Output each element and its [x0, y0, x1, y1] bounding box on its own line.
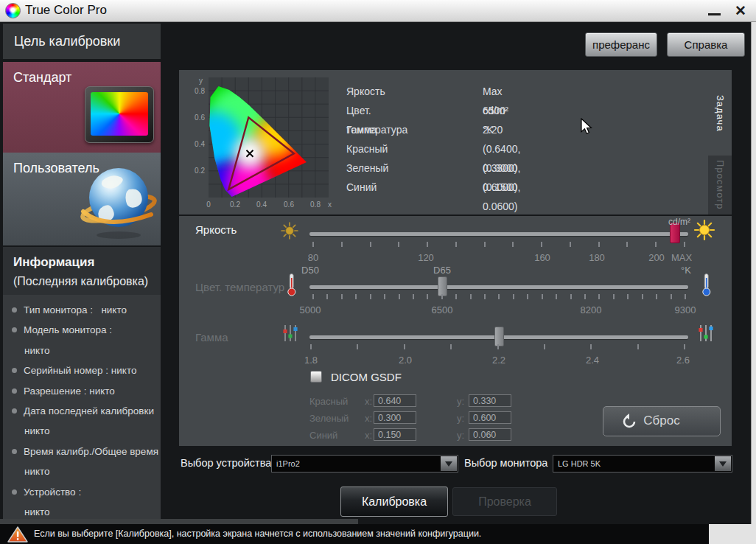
help-button[interactable]: Справка: [667, 32, 745, 57]
window-title: True Color Pro: [25, 3, 107, 18]
monitor-select-value: LG HDR 5K: [558, 456, 601, 472]
standard-tile-label: Стандарт: [13, 70, 71, 86]
bullet-icon: [12, 388, 17, 394]
app-logo-icon: [5, 3, 21, 18]
temperature-ticks: [312, 294, 686, 299]
list-item: Дата последней калибровки: [12, 401, 161, 421]
sun-dim-icon: [280, 221, 299, 240]
gamma-label: Гамма: [195, 331, 228, 344]
svg-text:0.8: 0.8: [195, 87, 205, 95]
temperature-slider-track[interactable]: [309, 285, 688, 289]
sidebar-info-list: Тип монитора : никто Модель монитора : н…: [3, 295, 161, 519]
brightness-ticks: [312, 242, 685, 247]
list-item: Тип монитора : никто: [12, 300, 161, 320]
gamma-ticks: [310, 344, 685, 349]
bullet-icon: [12, 408, 17, 414]
thermometer-cool-icon: [701, 273, 712, 296]
target-label: Яркость: [346, 82, 385, 101]
bullet-icon: [12, 489, 17, 495]
blue-y-field[interactable]: [469, 428, 511, 441]
bullet-icon: [12, 368, 17, 373]
target-label: Синий: [346, 178, 377, 197]
target-value: (0.1500, 0.0600): [483, 178, 520, 216]
window-right-border: [751, 22, 756, 544]
temperature-unit: °K: [681, 265, 691, 276]
green-y-field[interactable]: [469, 411, 511, 424]
verify-button[interactable]: Проверка: [452, 487, 557, 516]
close-button[interactable]: ✕: [731, 2, 750, 20]
calibrate-button[interactable]: Калибровка: [340, 487, 448, 517]
brightness-unit: cd/m²: [668, 217, 690, 227]
device-select-label: Выбор устройства: [181, 457, 271, 469]
list-item: Разрешение : никто: [12, 381, 161, 401]
dicom-label: DICOM GSDF: [331, 371, 402, 383]
sidebar-info-header: Информация (Последняя калибровка): [3, 247, 161, 295]
target-panel: y 0.8 0.6 0.4 0.2 0 0.2 0.4 0.6 0.8 x Яр…: [179, 70, 732, 215]
svg-text:0.4: 0.4: [256, 200, 267, 209]
dicom-checkbox[interactable]: [310, 371, 322, 383]
bullet-icon: [12, 307, 17, 313]
sun-bright-icon: [693, 219, 715, 241]
tab-view[interactable]: Просмотр: [708, 156, 732, 215]
sidebar-item-standard[interactable]: Стандарт: [3, 62, 161, 153]
temperature-slider-handle[interactable]: [438, 276, 447, 296]
target-value: 2.20: [483, 120, 503, 139]
list-item: Модель монитора :: [12, 320, 161, 340]
brightness-label: Яркость: [195, 223, 237, 236]
svg-text:0.8: 0.8: [310, 200, 321, 209]
svg-text:0.2: 0.2: [195, 167, 205, 175]
target-label: Зеленый: [346, 158, 388, 178]
chevron-down-icon[interactable]: [441, 456, 457, 471]
rgb-mixer-icon: [697, 324, 715, 343]
svg-text:0.2: 0.2: [230, 200, 240, 209]
svg-text:0.6: 0.6: [284, 200, 294, 209]
device-select-dropdown[interactable]: i1Pro2: [271, 455, 458, 472]
device-select-value: i1Pro2: [276, 456, 300, 472]
svg-text:0: 0: [206, 200, 211, 209]
thermometer-warm-icon: [287, 273, 297, 296]
reset-button[interactable]: Сброс: [603, 406, 721, 436]
window-resize-corner[interactable]: [709, 524, 756, 544]
svg-text:0.6: 0.6: [195, 114, 205, 122]
green-x-field[interactable]: [374, 411, 416, 424]
monitor-color-icon: [85, 86, 154, 143]
warning-icon: [7, 526, 28, 543]
status-strip: [0, 519, 358, 524]
svg-text:0.4: 0.4: [195, 140, 205, 148]
red-y-field[interactable]: [469, 394, 511, 407]
bullet-icon: [12, 327, 17, 332]
red-x-field[interactable]: [374, 394, 416, 407]
tab-task[interactable]: Задача: [708, 72, 732, 156]
gamma-slider-handle[interactable]: [494, 327, 504, 346]
target-label: Красный: [346, 139, 388, 158]
rgb-mixer-icon: [281, 324, 299, 343]
preferences-button[interactable]: преферанс: [585, 32, 657, 57]
target-label: Гамма: [346, 120, 377, 139]
list-item: Устройство :: [12, 482, 161, 502]
minimize-icon: [708, 13, 721, 15]
adjust-panel: Яркость cd/m² 80 120 160 180 200 MAX D50…: [179, 216, 732, 446]
globe-icon: [80, 163, 158, 243]
monitor-select-label: Выбор монитора: [464, 457, 547, 469]
sidebar-header: Цель калибровки: [3, 24, 161, 59]
temperature-label: Цвет. температур: [195, 281, 284, 293]
svg-text:y: y: [199, 77, 203, 85]
chromaticity-diagram: y 0.8 0.6 0.4 0.2 0 0.2 0.4 0.6 0.8 x: [186, 73, 337, 210]
list-item: Время калибр./Общее время: [12, 442, 161, 461]
bullet-icon: [12, 449, 17, 454]
statusbar: Если вы выберите [Калибровка], настройка…: [0, 524, 709, 544]
sidebar-item-user[interactable]: Пользователь: [3, 153, 161, 245]
sidebar: Цель калибровки Стандарт Пользователь: [3, 24, 161, 519]
info-title: Информация: [13, 253, 161, 272]
monitor-select-dropdown[interactable]: LG HDR 5K: [553, 455, 732, 472]
list-item: Серийный номер : никто: [12, 360, 161, 380]
brightness-slider-track[interactable]: [309, 232, 688, 236]
svg-text:x: x: [328, 200, 332, 209]
blue-x-field[interactable]: [374, 428, 416, 441]
titlebar: True Color Pro ✕: [0, 0, 756, 22]
app-window: True Color Pro ✕ Цель калибровки Стандар…: [0, 0, 756, 544]
chevron-down-icon[interactable]: [715, 456, 731, 471]
status-message: Если вы выберите [Калибровка], настройка…: [34, 524, 481, 543]
minimize-button[interactable]: [706, 4, 724, 19]
info-subtitle: (Последняя калибровка): [13, 272, 161, 291]
